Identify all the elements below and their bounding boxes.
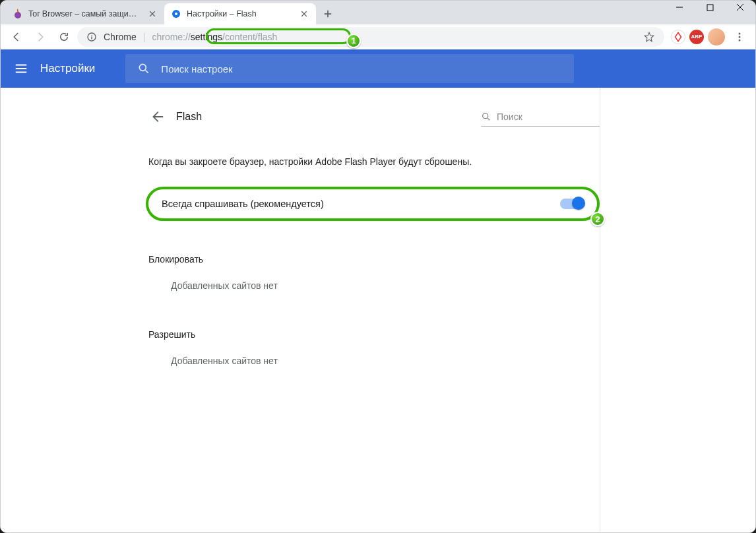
new-tab-button[interactable]: [319, 5, 337, 23]
tab-settings-flash[interactable]: Настройки – Flash: [164, 3, 316, 24]
flash-reset-notice: Когда вы закроете браузер, настройки Ado…: [148, 156, 597, 167]
search-icon: [481, 111, 491, 122]
maximize-button[interactable]: [695, 0, 725, 18]
settings-search-placeholder: Поиск настроек: [161, 63, 232, 75]
menu-icon[interactable]: [14, 61, 28, 76]
adblock-extension-icon[interactable]: ABP: [689, 30, 704, 44]
toggle-label: Всегда спрашивать (рекомендуется): [162, 199, 324, 209]
page-search-placeholder: Поиск: [497, 111, 522, 122]
browser-window: Tor Browser – самый защищенн Настройки –…: [0, 0, 756, 533]
svg-point-11: [483, 113, 488, 118]
svg-point-8: [739, 36, 741, 38]
window-controls: [664, 0, 755, 18]
svg-rect-3: [707, 5, 713, 11]
page-search[interactable]: Поиск: [481, 107, 600, 127]
toggle-switch-on[interactable]: [560, 199, 584, 209]
forward-button[interactable]: [30, 26, 51, 47]
settings-header: Настройки Поиск настроек: [1, 49, 755, 88]
svg-rect-6: [91, 36, 92, 39]
always-ask-toggle-row[interactable]: Всегда спрашивать (рекомендуется) 2: [146, 187, 600, 221]
search-icon: [137, 62, 150, 75]
url-text: chrome://settings/content/flash: [152, 32, 277, 42]
svg-point-7: [739, 32, 741, 34]
svg-point-10: [140, 64, 146, 71]
tab-title: Tor Browser – самый защищенн: [28, 9, 142, 18]
info-icon: [86, 32, 97, 42]
tab-title: Настройки – Flash: [187, 9, 294, 18]
close-icon[interactable]: [147, 9, 158, 19]
svg-point-0: [15, 12, 21, 18]
page-header: Flash Поиск: [146, 104, 600, 130]
svg-point-2: [175, 13, 177, 15]
minimize-button[interactable]: [664, 0, 695, 18]
allow-section-heading: Разрешить: [148, 329, 597, 340]
close-window-button[interactable]: [725, 0, 755, 18]
settings-search[interactable]: Поиск настроек: [125, 54, 574, 83]
annotation-badge-2: 2: [590, 212, 605, 226]
chrome-menu-button[interactable]: [729, 26, 750, 47]
gear-icon: [171, 9, 181, 19]
annotation-badge-1: 1: [346, 34, 361, 48]
back-button[interactable]: [6, 26, 27, 47]
settings-title: Настройки: [40, 62, 95, 75]
allow-empty-text: Добавленных сайтов нет: [171, 356, 597, 366]
address-bar[interactable]: Chrome | chrome://settings/content/flash…: [77, 27, 664, 47]
profile-avatar[interactable]: [708, 28, 725, 46]
svg-point-9: [739, 39, 741, 41]
bookmark-star-icon[interactable]: [643, 31, 655, 43]
svg-point-5: [91, 34, 92, 35]
url-origin-label: Chrome: [104, 32, 137, 42]
yandex-extension-icon[interactable]: [671, 30, 685, 44]
back-arrow-button[interactable]: [150, 110, 164, 124]
toolbar: Chrome | chrome://settings/content/flash…: [1, 24, 755, 49]
block-section-heading: Блокировать: [148, 254, 597, 265]
onion-icon: [13, 9, 23, 19]
settings-content: Flash Поиск Когда вы закроете браузер, н…: [1, 88, 755, 532]
block-empty-text: Добавленных сайтов нет: [171, 280, 597, 291]
close-icon[interactable]: [299, 9, 309, 19]
tab-strip: Tor Browser – самый защищенн Настройки –…: [1, 1, 755, 24]
reload-button[interactable]: [53, 26, 75, 47]
tab-tor-browser[interactable]: Tor Browser – самый защищенн: [6, 3, 164, 24]
page-title: Flash: [176, 111, 202, 123]
